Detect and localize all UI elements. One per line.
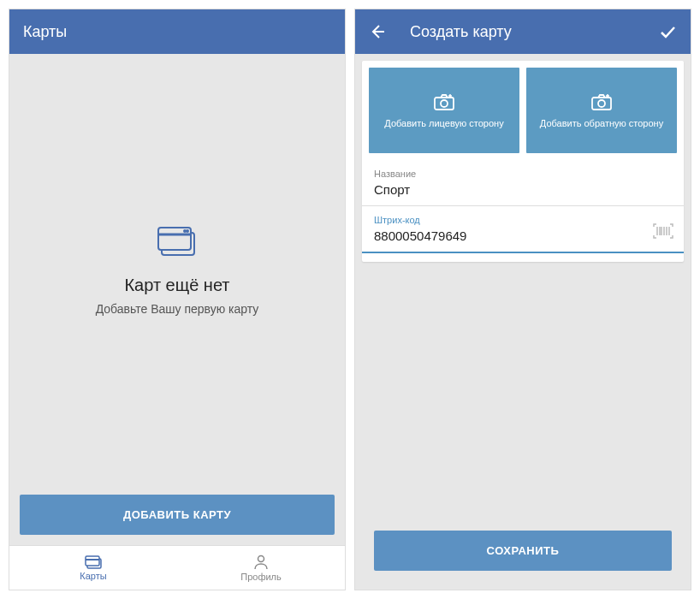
- nav-cards-label: Карты: [80, 571, 106, 581]
- svg-rect-11: [592, 98, 611, 110]
- arrow-left-icon: [369, 23, 386, 40]
- save-button[interactable]: СОХРАНИТЬ: [374, 531, 672, 571]
- photo-row: Добавить лицевую сторону Добавить обратн…: [362, 61, 684, 160]
- add-back-photo[interactable]: Добавить обратную сторону: [526, 68, 677, 153]
- empty-title: Карт ещё нет: [124, 276, 229, 295]
- camera-plus-icon: [433, 92, 455, 111]
- spacer: [355, 269, 691, 512]
- field-barcode-input[interactable]: [374, 228, 672, 246]
- screen-create-card: Создать карту Добавить лицевую сторону: [354, 9, 691, 590]
- confirm-button[interactable]: [658, 22, 677, 41]
- spacer: [362, 253, 684, 262]
- svg-point-12: [598, 100, 605, 107]
- svg-point-8: [258, 555, 264, 561]
- svg-rect-9: [435, 98, 454, 110]
- nav-profile[interactable]: Профиль: [177, 546, 345, 590]
- field-name-input[interactable]: [374, 182, 672, 200]
- cards-icon: [153, 222, 201, 262]
- add-front-label: Добавить лицевую сторону: [384, 118, 503, 128]
- svg-rect-6: [86, 556, 99, 566]
- field-name[interactable]: Название: [362, 160, 684, 206]
- svg-point-4: [187, 230, 188, 232]
- appbar: Карты: [9, 9, 345, 54]
- appbar-title: Создать карту: [410, 23, 512, 41]
- field-barcode-label: Штрих-код: [374, 215, 672, 225]
- field-barcode[interactable]: Штрих-код: [362, 206, 684, 253]
- nav-profile-label: Профиль: [240, 572, 282, 582]
- svg-point-10: [441, 100, 448, 107]
- add-card-button[interactable]: ДОБАВИТЬ КАРТУ: [20, 495, 335, 535]
- appbar-title: Карты: [23, 23, 67, 41]
- field-name-label: Название: [374, 169, 672, 179]
- barcode-icon: [653, 223, 673, 239]
- cards-nav-icon: [84, 555, 103, 569]
- empty-subtitle: Добавьте Вашу первую карту: [96, 302, 259, 316]
- bottom-nav: Карты Профиль: [9, 545, 345, 590]
- card-form: Добавить лицевую сторону Добавить обратн…: [362, 61, 684, 262]
- appbar: Создать карту: [355, 9, 691, 54]
- svg-point-3: [184, 230, 186, 232]
- nav-cards[interactable]: Карты: [9, 546, 177, 590]
- add-front-photo[interactable]: Добавить лицевую сторону: [369, 68, 519, 153]
- camera-plus-icon: [590, 92, 613, 111]
- empty-state: Карт ещё нет Добавьте Вашу первую карту: [9, 54, 345, 484]
- back-button[interactable]: [369, 23, 386, 40]
- add-back-label: Добавить обратную сторону: [540, 118, 663, 128]
- screen-cards-empty: Карты Карт ещё нет Добавьте Вашу первую …: [9, 9, 346, 590]
- content-area: Карт ещё нет Добавьте Вашу первую карту …: [9, 54, 345, 590]
- check-icon: [658, 22, 677, 41]
- bottom-button-area: СОХРАНИТЬ: [355, 512, 691, 590]
- profile-icon: [253, 555, 269, 570]
- scan-barcode-button[interactable]: [653, 223, 673, 242]
- content-area: Добавить лицевую сторону Добавить обратн…: [355, 54, 691, 590]
